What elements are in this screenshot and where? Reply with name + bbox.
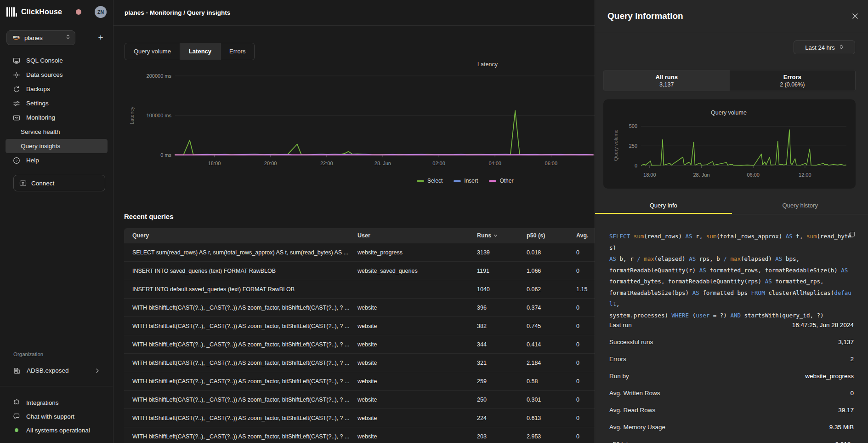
svg-text:0: 0	[635, 163, 637, 168]
service-selector[interactable]: aws planes	[6, 30, 75, 45]
svg-text:28. Jun: 28. Jun	[374, 161, 391, 166]
query-volume-chart-canvas: 025050018:0028. Jun06:0012:00Query volum…	[603, 99, 856, 189]
main-content: planes - Monitoring / Query insights Que…	[113, 0, 595, 443]
add-service-button[interactable]: +	[95, 33, 107, 43]
cell-query: WITH bitShiftLeft(CAST(?..), _CAST(?..))…	[124, 341, 357, 348]
legend-item-select[interactable]: Select	[417, 178, 443, 184]
stat-label: Avg. Written Rows	[609, 390, 660, 397]
tab-query-volume[interactable]: Query volume	[125, 43, 180, 60]
avatar[interactable]: ZN	[95, 6, 107, 18]
panel-header: Query information	[595, 0, 868, 32]
sidebar-item-settings[interactable]: Settings	[6, 96, 108, 110]
column-header-p50-s-[interactable]: p50 (s)	[527, 232, 576, 239]
legend-swatch	[489, 180, 496, 182]
stat-value: website_progress	[805, 373, 854, 380]
stat-row-successful-runs: Successful runs3,137	[609, 334, 854, 351]
sql-code-block[interactable]: SELECT sum(read_rows) AS r, sum(total_ro…	[609, 231, 853, 321]
summary-tab-errors[interactable]: Errors2 (0.06%)	[730, 70, 856, 91]
table-row[interactable]: WITH bitShiftLeft(CAST(?..), _CAST(?..))…	[124, 335, 597, 353]
table-row[interactable]: WITH bitShiftLeft(CAST(?..), _CAST(?..))…	[124, 408, 597, 427]
sidebar-item-sql-console[interactable]: SQL Console	[6, 53, 108, 68]
recent-queries-title: Recent queries	[124, 213, 174, 220]
connect-button[interactable]: Connect	[13, 175, 105, 191]
footer-item-chat-with-support[interactable]: Chat with support	[6, 409, 108, 423]
status-dot-icon	[15, 428, 18, 432]
sidebar-item-data-sources[interactable]: Data sources	[6, 68, 108, 82]
cell-runs: 1191	[477, 268, 527, 274]
runs-errors-tabs: All runs3,137Errors2 (0.06%)	[603, 70, 856, 91]
sidebar-item-label: Query insights	[21, 143, 60, 150]
stat-row-last-run: Last run16:47:25, Jun 28 2024	[609, 316, 854, 334]
svg-text:18:00: 18:00	[208, 161, 221, 166]
latency-chart-canvas: 0 ms100000 ms200000 ms18:0020:0022:0028.…	[113, 60, 595, 175]
table-row[interactable]: SELECT sum(read_rows) AS r, sum(total_ro…	[124, 243, 597, 261]
legend-item-other[interactable]: Other	[489, 178, 513, 184]
copy-icon[interactable]	[849, 231, 855, 238]
legend-swatch	[454, 180, 461, 182]
svg-text:0 ms: 0 ms	[160, 152, 171, 158]
tab-query-info[interactable]: Query info	[595, 200, 732, 214]
sql-line: formatReadableQuantity(r) AS formatted_r…	[609, 265, 853, 276]
table-row[interactable]: WITH bitShiftLeft(CAST(?..), _CAST(?..))…	[124, 372, 597, 390]
cell-runs: 203	[477, 433, 527, 440]
cell-p50: 2.184	[527, 360, 576, 366]
svg-text:02:00: 02:00	[432, 161, 445, 166]
column-header-user[interactable]: User	[357, 232, 477, 239]
main-header: planes - Monitoring / Query insights	[113, 0, 595, 26]
stat-label: Avg. Memory Usage	[609, 424, 665, 431]
table-row[interactable]: INSERT INTO default.saved_queries (text)…	[124, 280, 597, 298]
sidebar-item-label: Monitoring	[26, 114, 55, 121]
tabs-divider	[595, 214, 868, 214]
tab-query-history[interactable]: Query history	[732, 200, 868, 214]
cell-query: WITH bitShiftLeft(CAST(?..), _CAST(?..))…	[124, 378, 357, 385]
svg-text:100000 ms: 100000 ms	[147, 113, 172, 118]
sidebar-item-backups[interactable]: Backups	[6, 82, 108, 96]
table-row[interactable]: WITH bitShiftLeft(CAST(?..), _CAST(?..))…	[124, 298, 597, 316]
sidebar-item-service-health[interactable]: Service health	[6, 125, 108, 139]
svg-text:500: 500	[629, 123, 637, 129]
tab-errors[interactable]: Errors	[221, 43, 254, 60]
cell-user: website	[357, 415, 477, 421]
cell-p50: 0.745	[527, 323, 576, 329]
sidebar-item-query-insights[interactable]: Query insights	[6, 139, 108, 153]
sidebar-nav: SQL ConsoleData sourcesBackupsSettingsMo…	[0, 53, 113, 167]
stat-value: 3,137	[838, 339, 854, 345]
summary-tab-all-runs[interactable]: All runs3,137	[604, 70, 730, 91]
notification-dot[interactable]	[76, 9, 81, 15]
footer-item-all-systems-operational[interactable]: All systems operational	[6, 423, 108, 437]
column-label: Query	[132, 232, 149, 239]
summary-tab-value: 2 (0.06%)	[780, 81, 805, 88]
footer-item-integrations[interactable]: Integrations	[6, 396, 108, 409]
time-range-select[interactable]: Last 24 hrs	[794, 40, 855, 54]
table-row[interactable]: WITH bitShiftLeft(CAST(?..), _CAST(?..))…	[124, 390, 597, 408]
help-icon: ?	[13, 157, 20, 164]
breadcrumb: planes - Monitoring / Query insights	[125, 9, 230, 16]
column-header-query[interactable]: Query	[124, 232, 357, 239]
column-header-runs[interactable]: Runs	[477, 232, 527, 239]
close-icon[interactable]	[851, 12, 859, 20]
connect-icon	[19, 179, 27, 187]
query-information-panel: Query information Last 24 hrs All runs3,…	[595, 0, 868, 443]
sidebar-item-monitoring[interactable]: Monitoring	[6, 110, 108, 125]
legend-swatch	[417, 180, 424, 182]
sidebar-item-help[interactable]: ?Help	[6, 153, 108, 167]
cell-query: WITH bitShiftLeft(CAST(?..), _CAST(?..))…	[124, 323, 357, 329]
organization-switcher[interactable]: ADSB.exposed	[8, 363, 108, 378]
sidebar-item-label: Data sources	[26, 71, 63, 78]
stat-label: Last run	[609, 322, 632, 328]
stat-row-avg-written-rows: Avg. Written Rows0	[609, 385, 854, 402]
connect-label: Connect	[31, 180, 54, 187]
legend-label: Other	[499, 178, 513, 184]
table-row[interactable]: WITH bitShiftLeft(CAST(?..), _CAST(?..))…	[124, 353, 597, 372]
tab-latency[interactable]: Latency	[180, 43, 221, 60]
cell-runs: 224	[477, 415, 527, 421]
chevron-updown-icon	[66, 34, 70, 42]
legend-item-insert[interactable]: Insert	[454, 178, 478, 184]
table-row[interactable]: INSERT INTO saved_queries (text) FORMAT …	[124, 261, 597, 280]
column-label: Runs	[477, 232, 491, 239]
stat-row-p50-latency: p50 latency0.018s	[609, 436, 854, 443]
svg-text:22:00: 22:00	[320, 161, 333, 166]
cell-user: website	[357, 397, 477, 403]
table-row[interactable]: WITH bitShiftLeft(CAST(?..), _CAST(?..))…	[124, 427, 597, 443]
table-row[interactable]: WITH bitShiftLeft(CAST(?..), _CAST(?..))…	[124, 316, 597, 335]
